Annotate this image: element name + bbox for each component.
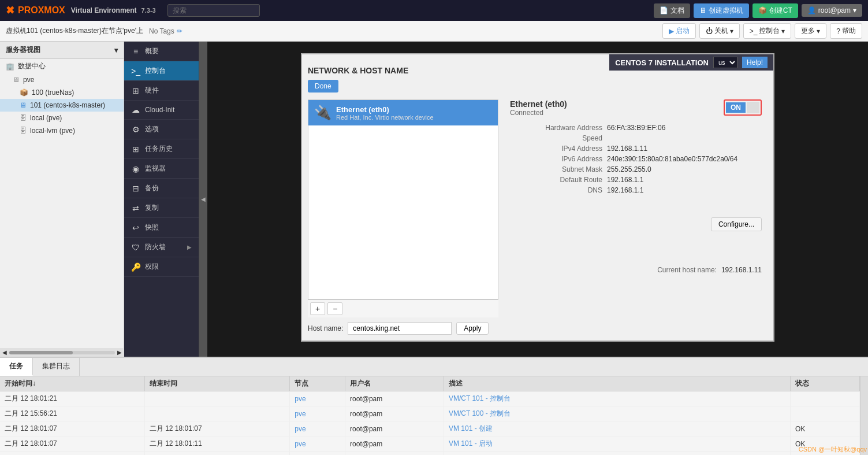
menu-item-replicate[interactable]: ⇄ 复制: [124, 198, 199, 218]
second-bar-actions: ▶ 启动 ⏻ 关机 ▾ >_ 控制台 ▾ 更多 ▾ ? 帮助: [662, 23, 862, 39]
cell-start: 二月 12 18:01:07: [0, 436, 144, 452]
sidebar-expand-icon[interactable]: ▾: [114, 46, 118, 54]
tab-task[interactable]: 任务: [0, 358, 33, 376]
installer-window: CENTOS 7 INSTALLATION us Help! NETWORK &…: [301, 53, 774, 342]
done-button[interactable]: Done: [308, 80, 338, 93]
configure-area: Configure...: [510, 206, 762, 231]
bottom-panel: 任务 集群日志 开始时间↓ 结束时间 节点 用户名 描述 状态 二月 12 18…: [0, 357, 868, 455]
console-button[interactable]: >_ 控制台 ▾: [743, 23, 792, 39]
nic-list-empty: [308, 125, 498, 299]
firewall-arrow-icon: ▶: [187, 244, 192, 250]
create-vm-button[interactable]: 🖥 创建虚拟机: [694, 3, 749, 18]
vm-path: 虚拟机101 (centos-k8s-master)在节点'pve'上: [6, 26, 143, 36]
col-node[interactable]: 节点: [290, 376, 345, 391]
task-history-icon: ⊞: [131, 145, 140, 154]
menu-item-cloud-init[interactable]: ☁ Cloud-Init: [124, 101, 199, 120]
hw-address-label: Hardware Address: [510, 124, 602, 132]
menu-item-monitor[interactable]: ◉ 监视器: [124, 159, 199, 179]
nic-add-button[interactable]: +: [310, 302, 325, 315]
shutdown-button[interactable]: ⏻ 关机 ▾: [699, 23, 740, 39]
version: 7.3-3: [141, 7, 156, 14]
summary-icon: ≡: [131, 47, 140, 56]
sidebar-item-pve[interactable]: 🖥 pve: [0, 73, 124, 86]
docs-button[interactable]: 📄 文档: [654, 3, 690, 18]
user-menu-button[interactable]: 👤 root@pam ▾: [802, 4, 862, 17]
snapshot-icon: ↩: [131, 223, 140, 232]
speed-label: Speed: [510, 134, 602, 142]
installer-header-right: CENTOS 7 INSTALLATION us Help!: [609, 54, 773, 71]
default-route-label: Default Route: [510, 176, 602, 184]
nic-list-panel: 🔌 Ethernet (eth0) Red Hat, Inc. Virtio n…: [308, 99, 498, 335]
on-button[interactable]: ON: [726, 102, 746, 113]
language-select[interactable]: us: [713, 57, 737, 68]
edit-tags-icon[interactable]: ✏: [177, 27, 182, 35]
off-indicator: [747, 102, 759, 113]
installer-help-button[interactable]: Help!: [742, 57, 768, 68]
console-screen: CENTOS 7 INSTALLATION us Help! NETWORK &…: [207, 42, 868, 357]
nic-item-eth0[interactable]: 🔌 Ethernet (eth0) Red Hat, Inc. Virtio n…: [308, 100, 498, 125]
options-icon: ⚙: [131, 125, 140, 134]
sidebar-scrollbar[interactable]: [9, 351, 115, 354]
more-button[interactable]: 更多 ▾: [795, 23, 826, 39]
col-status[interactable]: 状态: [791, 376, 860, 391]
scroll-left-icon[interactable]: ◀: [2, 349, 7, 356]
help-button[interactable]: ? 帮助: [830, 23, 862, 39]
subnet-row: Subnet Mask 255.255.255.0: [510, 165, 762, 173]
sidebar-item-101[interactable]: 🖥 101 (centos-k8s-master): [0, 99, 124, 112]
menu-item-snapshot[interactable]: ↩ 快照: [124, 218, 199, 238]
sidebar-scrollbar-thumb: [9, 351, 73, 354]
menu-item-firewall[interactable]: 🛡 防火墙 ▶: [124, 238, 199, 257]
help-icon: ?: [836, 27, 840, 35]
datacenter-icon: 🏢: [6, 62, 14, 71]
default-route-value: 192.168.1.1: [607, 176, 643, 184]
tags-label: No Tags: [149, 27, 174, 35]
configure-button[interactable]: Configure...: [711, 217, 762, 231]
nic-info: Ethernet (eth0) Red Hat, Inc. Virtio net…: [336, 105, 434, 121]
dns-label: DNS: [510, 186, 602, 194]
bottom-scrollbar[interactable]: [860, 376, 868, 455]
cell-user: root@pam: [345, 421, 444, 436]
cell-desc: VM/CT 100 - 控制台: [444, 406, 791, 421]
search-input[interactable]: [167, 4, 260, 17]
monitor-icon: ◉: [131, 164, 140, 173]
search-area: [167, 4, 260, 17]
create-ct-button[interactable]: 📦 创建CT: [752, 3, 798, 18]
sidebar-item-local[interactable]: 🗄 local (pve): [0, 112, 124, 124]
menu-item-console[interactable]: >_ 控制台: [124, 61, 199, 81]
col-start-time[interactable]: 开始时间↓: [0, 376, 144, 391]
nic-remove-button[interactable]: −: [327, 302, 342, 315]
cell-end: 二月 12 17:56:11: [144, 452, 290, 456]
menu-item-options[interactable]: ⚙ 选项: [124, 120, 199, 139]
cell-status: [791, 406, 860, 421]
cloud-icon: ☁: [131, 105, 140, 114]
ipv4-label: IPv4 Address: [510, 145, 602, 153]
nic-controls: + −: [308, 299, 498, 317]
cell-end: [144, 391, 290, 406]
menu-item-summary[interactable]: ≡ 概要: [124, 42, 199, 61]
menu-item-hardware[interactable]: ⊞ 硬件: [124, 81, 199, 101]
menu-item-permissions[interactable]: 🔑 权限: [124, 257, 199, 277]
on-off-toggle[interactable]: ON: [724, 99, 762, 116]
hostname-input[interactable]: [348, 322, 452, 335]
col-username[interactable]: 用户名: [345, 376, 444, 391]
collapse-handle[interactable]: ◀: [199, 42, 207, 357]
cell-end: 二月 12 18:01:11: [144, 436, 290, 452]
sidebar-item-datacenter[interactable]: 🏢 数据中心: [0, 59, 124, 73]
sidebar-item-local-lvm[interactable]: 🗄 local-lvm (pve): [0, 124, 124, 137]
col-desc[interactable]: 描述: [444, 376, 791, 391]
tab-cluster-log[interactable]: 集群日志: [33, 358, 80, 376]
start-button[interactable]: ▶ 启动: [662, 23, 696, 39]
sidebar-item-100[interactable]: 📦 100 (trueNas): [0, 86, 124, 99]
scroll-right-icon[interactable]: ▶: [117, 349, 122, 356]
apply-hostname-button[interactable]: Apply: [456, 322, 489, 335]
menu-item-backup[interactable]: ⊟ 备份: [124, 179, 199, 198]
cell-node: pve: [290, 391, 345, 406]
ipv6-row: IPv6 Address 240e:390:15:80a0:81aba0e0:5…: [510, 155, 762, 163]
bottom-content: 开始时间↓ 结束时间 节点 用户名 描述 状态 二月 12 18:01:21 p…: [0, 376, 868, 455]
replicate-icon: ⇄: [131, 204, 140, 213]
menu-item-task-history[interactable]: ⊞ 任务历史: [124, 139, 199, 159]
cell-desc: VM 101 - 创建: [444, 421, 791, 436]
more-chevron-icon: ▾: [817, 27, 820, 35]
col-end-time[interactable]: 结束时间: [144, 376, 290, 391]
bottom-tabs: 任务 集群日志: [0, 358, 868, 376]
